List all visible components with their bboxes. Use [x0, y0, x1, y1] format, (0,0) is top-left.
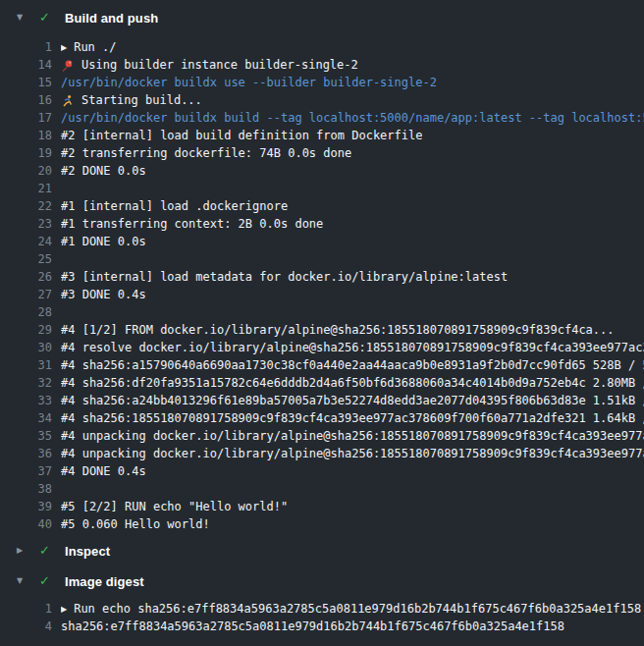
log-line: 20#2 DONE 0.0s [0, 162, 644, 180]
line-number[interactable]: 36 [0, 447, 52, 460]
check-icon: ✓ [39, 571, 53, 591]
log-line-text: Run echo sha256:e7ff8834a5963a2785c5a081… [74, 602, 641, 616]
runner-icon [61, 94, 74, 107]
line-number[interactable]: 23 [0, 217, 52, 231]
line-number[interactable]: 38 [0, 482, 52, 496]
line-number[interactable]: 30 [0, 341, 52, 354]
log-text: #3 [internal] load metadata for docker.i… [61, 270, 644, 284]
section-header-inspect[interactable]: ▶✓Inspect [0, 541, 644, 561]
log-line: 17/usr/bin/docker buildx build --tag loc… [0, 109, 644, 127]
line-number[interactable]: 22 [0, 199, 52, 213]
log-text: ▶Run ./ [61, 40, 644, 54]
log-text: #2 transferring dockerfile: 74B 0.0s don… [61, 146, 644, 160]
log-line: 4sha256:e7ff8834a5963a2785c5a0811e979d16… [0, 618, 644, 635]
line-number[interactable]: 35 [0, 429, 52, 443]
line-number[interactable]: 29 [0, 323, 52, 337]
log-line: 35#4 unpacking docker.io/library/alpine@… [0, 427, 644, 445]
log-line-text: #5 0.060 Hello world! [61, 517, 210, 531]
line-number[interactable]: 39 [0, 500, 52, 513]
log-line: 38 [0, 480, 644, 498]
line-number[interactable]: 34 [0, 411, 52, 425]
log-line: 32#4 sha256:df20fa9351a15782c64e6dddb2d4… [0, 374, 644, 392]
log-text: #4 sha256:a15790640a6690aa1730c38cf0a440… [61, 358, 644, 372]
line-number[interactable]: 32 [0, 376, 52, 390]
log-line-text: sha256:e7ff8834a5963a2785c5a0811e979d16b… [61, 619, 564, 633]
log-line: 18#2 [internal] load build definition fr… [0, 127, 644, 144]
log-line: 25 [0, 250, 644, 268]
log-line: 31#4 sha256:a15790640a6690aa1730c38cf0a4… [0, 356, 644, 374]
line-number[interactable]: 4 [0, 619, 52, 633]
line-number[interactable]: 14 [0, 58, 52, 72]
log-line-text: Using builder instance builder-single-2 [81, 58, 358, 72]
check-icon: ✓ [39, 541, 53, 561]
log-line-text: /usr/bin/docker buildx use --builder bui… [61, 76, 437, 89]
log-text: #4 DONE 0.4s [61, 464, 644, 478]
log-line: 26#3 [internal] load metadata for docker… [0, 268, 644, 286]
log-line-text: #4 [1/2] FROM docker.io/library/alpine@s… [61, 323, 615, 337]
log-text: Starting build... [61, 93, 644, 107]
log-line: 19#2 transferring dockerfile: 74B 0.0s d… [0, 144, 644, 162]
log-text: ▶Run echo sha256:e7ff8834a5963a2785c5a08… [61, 602, 644, 616]
log-line-text: #4 sha256:a24bb4013296f61e89ba57005a7b3e… [61, 394, 644, 407]
pushpin-icon [61, 59, 74, 72]
section-header-image-digest[interactable]: ▼✓Image digest [0, 571, 644, 591]
log-line-text: #1 transferring context: 2B 0.0s done [61, 217, 323, 231]
log-line: 28 [0, 303, 644, 321]
log-text: #5 0.060 Hello world! [61, 517, 644, 531]
log-line-text: #2 DONE 0.0s [61, 164, 146, 178]
log-text: #4 unpacking docker.io/library/alpine@sh… [61, 447, 644, 460]
line-number[interactable]: 20 [0, 164, 52, 178]
log-line: 24#1 DONE 0.0s [0, 233, 644, 250]
log-line-text: #4 resolve docker.io/library/alpine@sha2… [61, 341, 644, 354]
log-line-text: Starting build... [81, 93, 202, 107]
log-text: /usr/bin/docker buildx use --builder bui… [61, 76, 644, 89]
log-line: 23#1 transferring context: 2B 0.0s done [0, 215, 644, 233]
run-arrow-icon[interactable]: ▶ [61, 43, 67, 52]
line-number[interactable]: 1 [0, 40, 52, 54]
chevron-right-icon[interactable]: ▶ [17, 541, 28, 561]
log-section-build-and-push: ▼✓Build and push1▶Run ./14Using builder … [0, 8, 644, 533]
chevron-down-icon[interactable]: ▼ [17, 8, 28, 27]
line-number[interactable]: 25 [0, 252, 52, 266]
line-number[interactable]: 27 [0, 288, 52, 301]
log-line-text: #5 [2/2] RUN echo "Hello world!" [61, 500, 288, 513]
line-number[interactable]: 40 [0, 517, 52, 531]
line-number[interactable]: 16 [0, 93, 52, 107]
log-line-text: #1 DONE 0.0s [61, 235, 146, 248]
log-line-text: #4 DONE 0.4s [61, 464, 146, 478]
line-number[interactable]: 28 [0, 305, 52, 319]
section-header-build-and-push[interactable]: ▼✓Build and push [0, 8, 644, 27]
line-number[interactable]: 17 [0, 111, 52, 125]
run-arrow-icon[interactable]: ▶ [61, 605, 67, 614]
line-number[interactable]: 1 [0, 602, 52, 616]
log-line-text: #4 sha256:185518070891758909c9f839cf4ca3… [61, 411, 644, 425]
line-number[interactable]: 37 [0, 464, 52, 478]
log-line: 37#4 DONE 0.4s [0, 462, 644, 480]
log-text: #2 [internal] load build definition from… [61, 129, 644, 142]
line-number[interactable]: 21 [0, 182, 52, 195]
section-title: Inspect [65, 544, 110, 559]
line-number[interactable]: 24 [0, 235, 52, 248]
log-line-text: #2 transferring dockerfile: 74B 0.0s don… [61, 146, 351, 160]
line-number[interactable]: 19 [0, 146, 52, 160]
log-text: #1 [internal] load .dockerignore [61, 199, 644, 213]
section-log-lines: 1▶Run ./14Using builder instance builder… [0, 38, 644, 533]
log-text: Using builder instance builder-single-2 [61, 58, 644, 72]
line-number[interactable]: 15 [0, 76, 52, 89]
log-text: #1 transferring context: 2B 0.0s done [61, 217, 644, 231]
log-text: #4 sha256:185518070891758909c9f839cf4ca3… [61, 411, 644, 425]
log-section-image-digest: ▼✓Image digest1▶Run echo sha256:e7ff8834… [0, 571, 644, 635]
line-number[interactable]: 26 [0, 270, 52, 284]
line-number[interactable]: 33 [0, 394, 52, 407]
log-line-text: Run ./ [74, 40, 116, 54]
chevron-down-icon[interactable]: ▼ [17, 571, 28, 591]
workflow-log-viewer: ▼✓Build and push1▶Run ./14Using builder … [0, 0, 644, 635]
line-number[interactable]: 18 [0, 129, 52, 142]
log-line-text: /usr/bin/docker buildx build --tag local… [61, 111, 644, 125]
section-title: Image digest [65, 574, 144, 589]
log-line: 14Using builder instance builder-single-… [0, 56, 644, 74]
log-line: 16Starting build... [0, 91, 644, 109]
line-number[interactable]: 31 [0, 358, 52, 372]
log-line: 33#4 sha256:a24bb4013296f61e89ba57005a7b… [0, 392, 644, 409]
log-line: 30#4 resolve docker.io/library/alpine@sh… [0, 339, 644, 356]
